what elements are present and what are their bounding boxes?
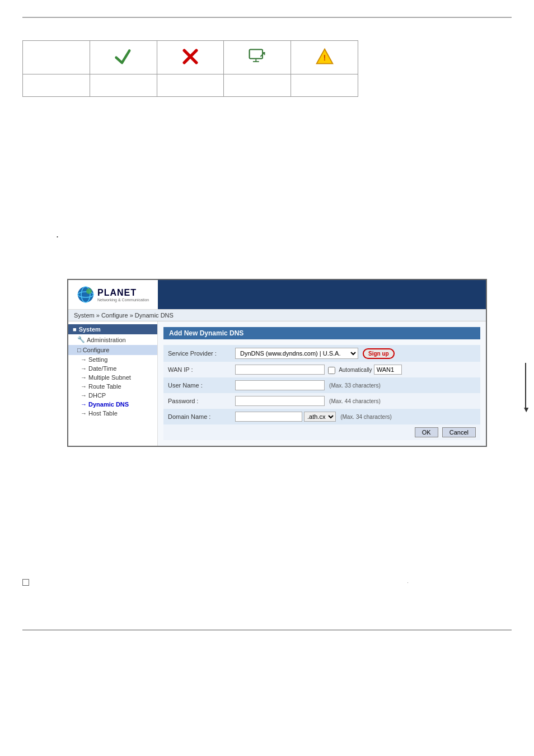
icon-table-section: ! bbox=[22, 40, 512, 97]
password-label: Password : bbox=[163, 393, 231, 409]
router-sidebar: ■ System 🔧 Administration □ Configure → … bbox=[68, 321, 158, 446]
ok-button[interactable]: OK bbox=[415, 427, 438, 437]
arrow-icon-ht: → bbox=[81, 410, 87, 417]
monitor-icon bbox=[247, 46, 268, 67]
wan-ip-input[interactable] bbox=[235, 365, 325, 375]
password-input[interactable] bbox=[235, 396, 325, 406]
domain-suffix-select[interactable]: .ath.cx bbox=[304, 412, 336, 422]
dot-indicator: · bbox=[56, 231, 534, 242]
inline-checkbox bbox=[22, 579, 29, 586]
username-hint: (Max. 33 characters) bbox=[329, 382, 381, 389]
domain-value: .ath.cx (Max. 34 characters) bbox=[231, 409, 480, 424]
monitor-cell bbox=[224, 41, 291, 74]
label-x bbox=[157, 74, 224, 97]
bottom-border bbox=[22, 629, 512, 631]
warning-cell: ! bbox=[291, 41, 358, 74]
text-para-7 bbox=[22, 208, 512, 220]
text-para-3 bbox=[22, 141, 512, 153]
username-input[interactable] bbox=[235, 380, 325, 390]
svg-text:!: ! bbox=[323, 53, 326, 62]
domain-input[interactable] bbox=[235, 412, 302, 422]
sidebar-dynamicdns-label: Dynamic DNS bbox=[88, 401, 129, 408]
label-row bbox=[23, 74, 358, 97]
service-provider-value: DynDNS (www.dyndns.com) | U.S.A. Sign up bbox=[231, 345, 480, 362]
logo-planet-text: PLANET bbox=[97, 288, 149, 298]
signup-button[interactable]: Sign up bbox=[363, 348, 395, 359]
auto-checkbox[interactable] bbox=[328, 367, 335, 374]
ok-cancel-empty bbox=[163, 424, 231, 440]
text-para-6 bbox=[22, 191, 512, 203]
bottom-para-6 bbox=[22, 552, 512, 564]
label-warning bbox=[291, 74, 358, 97]
router-ui-container: PLANET Networking & Communication System… bbox=[67, 279, 487, 447]
icon-table: ! bbox=[22, 40, 358, 97]
sidebar-item-administration[interactable]: 🔧 Administration bbox=[68, 334, 157, 345]
sidebar-item-multiplesubnet[interactable]: → Multiple Subnet bbox=[68, 373, 157, 382]
bottom-para-5 bbox=[22, 540, 512, 553]
checkmark-cell bbox=[90, 41, 157, 74]
domain-hint: (Max. 34 characters) bbox=[340, 414, 392, 420]
checkmark-icon bbox=[113, 46, 133, 67]
admin-icon: 🔧 bbox=[77, 336, 85, 343]
sidebar-routetable-label: Route Table bbox=[88, 383, 121, 390]
cancel-button[interactable]: Cancel bbox=[442, 427, 476, 437]
service-provider-label: Service Provider : bbox=[163, 345, 231, 362]
sidebar-item-dhcp[interactable]: → DHCP bbox=[68, 391, 157, 400]
wan-suffix-input[interactable] bbox=[374, 365, 402, 375]
bottom-para-7 bbox=[22, 564, 512, 577]
router-nav-bar bbox=[158, 280, 486, 309]
sidebar-multiplesubnet-label: Multiple Subnet bbox=[88, 374, 131, 381]
bottom-para-4 bbox=[22, 528, 512, 540]
vertical-indicator-line bbox=[525, 363, 526, 408]
router-header: PLANET Networking & Communication bbox=[68, 280, 486, 310]
logo-text-area: PLANET Networking & Communication bbox=[97, 288, 149, 302]
domain-row: Domain Name : .ath.cx (Max. 34 character… bbox=[163, 409, 480, 424]
sidebar-system-icon: ■ bbox=[73, 326, 77, 333]
small-dot-right: · bbox=[407, 580, 408, 585]
planet-logo: PLANET Networking & Communication bbox=[77, 286, 149, 304]
bottom-text-1: · bbox=[22, 492, 512, 613]
logo-globe-icon bbox=[77, 286, 95, 304]
ok-cancel-row: OK Cancel bbox=[163, 424, 480, 440]
username-label: User Name : bbox=[163, 377, 231, 393]
label-monitor bbox=[224, 74, 291, 97]
x-mark-icon bbox=[180, 46, 200, 67]
router-body: ■ System 🔧 Administration □ Configure → … bbox=[68, 321, 486, 446]
sidebar-item-routetable[interactable]: → Route Table bbox=[68, 382, 157, 391]
sidebar-admin-label: Administration bbox=[87, 337, 126, 343]
sidebar-item-hosttable[interactable]: → Host Table bbox=[68, 409, 157, 418]
bottom-para-8 bbox=[22, 589, 512, 601]
wan-ip-label: WAN IP : bbox=[163, 362, 231, 377]
bottom-para-9 bbox=[22, 601, 512, 613]
checkbox-line: · bbox=[22, 576, 512, 589]
username-value: (Max. 33 characters) bbox=[231, 377, 480, 393]
text-para-1 bbox=[22, 108, 512, 120]
section-title: Add New Dynamic DNS bbox=[163, 327, 480, 339]
text-para-2 bbox=[22, 125, 512, 137]
sidebar-item-setting[interactable]: → Setting bbox=[68, 355, 157, 364]
service-provider-select[interactable]: DynDNS (www.dyndns.com) | U.S.A. bbox=[235, 348, 358, 359]
label-checkmark bbox=[90, 74, 157, 97]
sidebar-item-datetime[interactable]: → Date/Time bbox=[68, 364, 157, 373]
svg-point-9 bbox=[78, 287, 93, 302]
password-hint: (Max. 44 characters) bbox=[329, 398, 381, 404]
empty-cell bbox=[23, 41, 90, 74]
password-row: Password : (Max. 44 characters) bbox=[163, 393, 480, 409]
wan-ip-value: Automatically bbox=[231, 362, 480, 377]
checkbox-text bbox=[34, 578, 293, 586]
auto-label-text: Automatically bbox=[339, 367, 372, 373]
arrow-icon-ms: → bbox=[81, 374, 87, 381]
domain-label: Domain Name : bbox=[163, 409, 231, 424]
sidebar-item-dynamicdns[interactable]: → Dynamic DNS bbox=[68, 400, 157, 409]
sidebar-dhcp-label: DHCP bbox=[88, 392, 106, 399]
wan-ip-row: WAN IP : Automatically bbox=[163, 362, 480, 377]
x-mark-cell bbox=[157, 41, 224, 74]
sidebar-item-configure[interactable]: □ Configure bbox=[68, 345, 157, 355]
sidebar-hosttable-label: Host Table bbox=[88, 410, 118, 417]
form-table: Service Provider : DynDNS (www.dyndns.co… bbox=[163, 345, 480, 440]
breadcrumb-text: System » Configure » Dynamic DNS bbox=[74, 312, 174, 319]
breadcrumb: System » Configure » Dynamic DNS bbox=[68, 310, 486, 321]
top-border bbox=[22, 17, 512, 18]
text-para-4 bbox=[22, 158, 512, 170]
ok-cancel-buttons: OK Cancel bbox=[231, 424, 480, 440]
